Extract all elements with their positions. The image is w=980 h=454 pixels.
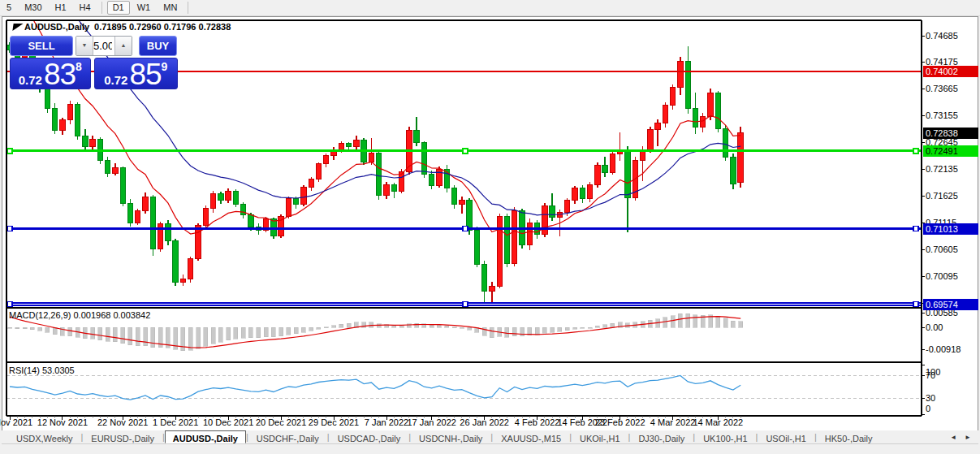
candle xyxy=(75,102,80,141)
macd-bar xyxy=(279,327,283,336)
candle xyxy=(240,202,245,219)
macd-bar xyxy=(550,327,555,332)
timeframe-button-d1[interactable]: D1 xyxy=(107,1,130,15)
tab-usdchf-daily[interactable]: USDCHF-,Daily xyxy=(248,430,327,443)
macd-bar xyxy=(38,327,42,331)
horizontal-line-0.69574[interactable] xyxy=(6,302,922,307)
tab-usdcad-daily[interactable]: USDCAD-,Daily xyxy=(330,430,409,443)
horizontal-line-0.72491[interactable] xyxy=(6,149,922,153)
date-axis-label: 26 Jan 2022 xyxy=(460,417,509,428)
candle xyxy=(497,214,502,288)
volume-decrease-icon[interactable]: ▼ xyxy=(76,37,93,55)
volume-input[interactable] xyxy=(93,37,114,55)
line-handle[interactable] xyxy=(913,227,918,231)
candle xyxy=(542,203,547,237)
candle xyxy=(693,93,697,133)
date-axis-label: 7 Jan 2022 xyxy=(365,417,408,428)
macd-bar xyxy=(392,326,396,327)
timeframe-button-h4[interactable]: H4 xyxy=(74,1,97,15)
macd-bar xyxy=(739,322,743,327)
line-handle[interactable] xyxy=(913,302,918,307)
macd-bar xyxy=(542,327,546,333)
candle xyxy=(474,227,479,267)
date-axis-label: 20 Dec 2021 xyxy=(256,417,306,428)
tab-usdcnh-daily[interactable]: USDCNH-,Daily xyxy=(411,430,490,443)
tab-uk100-h1[interactable]: UK100-,H1 xyxy=(695,430,755,443)
candle xyxy=(113,163,118,176)
date-axis-label: 14 Mar 2022 xyxy=(693,417,743,428)
candle xyxy=(391,183,396,197)
sell-price-main: 83 xyxy=(44,63,76,86)
tab-audusd-daily[interactable]: AUDUSD-,Daily xyxy=(165,430,246,443)
timeframe-toolbar: 5M30H1H4D1W1MN xyxy=(0,0,980,16)
tab-hk50-daily[interactable]: HK50-,Daily xyxy=(817,430,881,443)
macd-bar xyxy=(128,327,132,345)
volume-increase-icon[interactable]: ▲ xyxy=(114,37,132,55)
sell-button[interactable]: SELL xyxy=(10,36,73,56)
toolbar-separator xyxy=(101,2,102,14)
candle xyxy=(67,101,72,124)
macd-bar xyxy=(234,327,238,339)
macd-bar xyxy=(264,327,268,337)
macd-bar xyxy=(151,327,155,348)
macd-bar xyxy=(106,327,110,341)
line-handle[interactable] xyxy=(463,149,468,153)
timeframe-button-mn[interactable]: MN xyxy=(158,1,183,15)
candle xyxy=(83,129,88,149)
timeframe-button-w1[interactable]: W1 xyxy=(132,1,157,15)
tab-xauusd-m15[interactable]: XAUUSD-,M15 xyxy=(493,430,569,443)
tab-eurusd-daily[interactable]: EURUSD-,Daily xyxy=(83,430,162,443)
macd-bar xyxy=(144,327,148,346)
macd-bar xyxy=(30,327,34,330)
macd-bar xyxy=(98,327,102,340)
tab-dj30-daily[interactable]: DJ30-,Daily xyxy=(630,430,693,443)
sell-price-box[interactable]: 0.72 83 8 xyxy=(10,58,91,89)
chart-expand-icon[interactable] xyxy=(12,24,23,31)
line-handle[interactable] xyxy=(7,227,12,231)
rsi-axis-tick: 30 xyxy=(926,393,935,404)
rsi-indicator-label: RSI(14) 53.0305 xyxy=(9,365,75,375)
macd-bar xyxy=(482,327,486,335)
buy-price-box[interactable]: 0.72 85 9 xyxy=(94,58,178,89)
candle xyxy=(655,119,660,147)
rsi-axis-tick: 70 xyxy=(926,370,935,381)
line-handle[interactable] xyxy=(463,227,468,231)
tab-usoil-h1[interactable]: USOil-,H1 xyxy=(758,430,814,443)
macd-bar xyxy=(45,327,50,332)
date-axis-label: 22 Nov 2021 xyxy=(97,417,148,428)
macd-bar xyxy=(512,327,516,336)
candle xyxy=(481,261,486,301)
candle xyxy=(610,150,615,175)
timeframe-button-h1[interactable]: H1 xyxy=(50,1,72,15)
buy-price-prefix: 0.72 xyxy=(104,74,127,86)
candle xyxy=(331,147,336,160)
price-tag-0.74002: 0.74002 xyxy=(923,66,978,77)
tab-scroll-right-icon[interactable]: ► xyxy=(961,434,975,441)
macd-indicator-label: MACD(12,26,9) 0.001968 0.003842 xyxy=(9,310,150,320)
macd-bar xyxy=(565,327,569,331)
price-tag-0.72491: 0.72491 xyxy=(923,145,978,157)
macd-bar xyxy=(731,321,735,327)
candle xyxy=(580,185,585,203)
date-axis-label: 4 Feb 2022 xyxy=(515,417,560,428)
line-handle[interactable] xyxy=(463,302,468,307)
macd-bar xyxy=(468,327,472,330)
macd-bar xyxy=(339,324,343,327)
candle xyxy=(587,182,592,202)
line-handle[interactable] xyxy=(913,149,918,153)
macd-bar xyxy=(671,316,675,327)
macd-bar xyxy=(490,327,494,338)
tab-usdx-weekly[interactable]: USDX,Weekly xyxy=(8,430,80,443)
date-axis-label: 10 Dec 2021 xyxy=(203,417,253,428)
tab-ukoil-h1[interactable]: UKOil-,H1 xyxy=(572,430,628,443)
tab-scroll-left-icon[interactable]: ◄ xyxy=(946,434,961,441)
rsi-axis-tick: 0 xyxy=(926,404,930,414)
buy-button[interactable]: BUY xyxy=(139,36,177,56)
macd-bar xyxy=(693,315,697,327)
line-handle[interactable] xyxy=(7,149,12,153)
line-handle[interactable] xyxy=(7,302,12,307)
horizontal-line-0.71013[interactable] xyxy=(6,227,922,231)
timeframe-button-m30[interactable]: M30 xyxy=(19,1,47,15)
timeframe-button-5[interactable]: 5 xyxy=(1,1,17,15)
price-axis-tick: 0.70095 xyxy=(926,271,958,282)
